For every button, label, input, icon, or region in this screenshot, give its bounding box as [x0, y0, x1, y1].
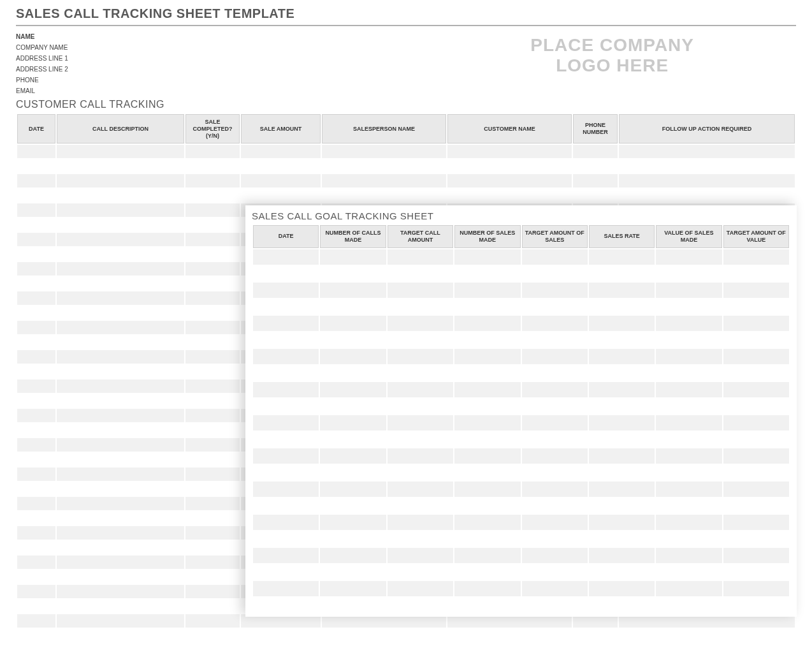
table-cell[interactable]: [454, 365, 520, 381]
table-cell[interactable]: [57, 394, 184, 408]
table-cell[interactable]: [17, 321, 55, 334]
table-cell[interactable]: [388, 316, 453, 331]
table-cell[interactable]: [185, 497, 240, 510]
table-cell[interactable]: [185, 409, 240, 422]
table-cell[interactable]: [253, 365, 319, 381]
table-cell[interactable]: [322, 145, 446, 158]
table-cell[interactable]: [17, 189, 55, 202]
table-cell[interactable]: [589, 498, 655, 513]
table-cell[interactable]: [253, 299, 319, 314]
table-cell[interactable]: [253, 531, 319, 547]
table-cell[interactable]: [57, 585, 184, 598]
table-cell[interactable]: [320, 498, 386, 513]
table-cell[interactable]: [320, 564, 386, 580]
table-cell[interactable]: [454, 598, 520, 613]
table-cell[interactable]: [388, 432, 453, 447]
table-cell[interactable]: [17, 203, 55, 217]
table-cell[interactable]: [454, 349, 520, 364]
table-cell[interactable]: [17, 467, 55, 481]
table-cell[interactable]: [522, 498, 588, 513]
table-cell[interactable]: [656, 299, 721, 314]
table-cell[interactable]: [656, 283, 721, 298]
table-cell[interactable]: [454, 316, 520, 331]
table-cell[interactable]: [57, 233, 184, 246]
table-cell[interactable]: [388, 382, 453, 397]
table-cell[interactable]: [17, 218, 55, 232]
table-cell[interactable]: [656, 482, 721, 497]
table-cell[interactable]: [723, 448, 789, 464]
table-cell[interactable]: [320, 548, 386, 563]
table-cell[interactable]: [522, 249, 588, 265]
table-cell[interactable]: [454, 266, 520, 281]
table-cell[interactable]: [185, 291, 240, 305]
table-cell[interactable]: [185, 159, 240, 173]
table-cell[interactable]: [17, 379, 55, 393]
table-cell[interactable]: [723, 316, 789, 331]
table-cell[interactable]: [522, 482, 588, 497]
table-cell[interactable]: [723, 564, 789, 580]
table-cell[interactable]: [723, 332, 789, 348]
table-cell[interactable]: [589, 382, 655, 397]
table-cell[interactable]: [454, 581, 520, 596]
table-cell[interactable]: [522, 365, 588, 381]
table-cell[interactable]: [388, 581, 453, 596]
table-cell[interactable]: [253, 316, 319, 331]
table-cell[interactable]: [589, 465, 655, 480]
table-cell[interactable]: [619, 159, 795, 173]
table-cell[interactable]: [723, 365, 789, 381]
table-cell[interactable]: [447, 159, 572, 173]
table-cell[interactable]: [57, 365, 184, 378]
table-cell[interactable]: [388, 415, 453, 431]
table-cell[interactable]: [723, 283, 789, 298]
table-cell[interactable]: [589, 531, 655, 547]
table-cell[interactable]: [454, 332, 520, 348]
table-cell[interactable]: [253, 564, 319, 580]
table-cell[interactable]: [589, 283, 655, 298]
table-cell[interactable]: [185, 277, 240, 290]
table-cell[interactable]: [388, 548, 453, 563]
table-cell[interactable]: [454, 299, 520, 314]
table-cell[interactable]: [589, 299, 655, 314]
table-cell[interactable]: [589, 399, 655, 414]
table-cell[interactable]: [185, 556, 240, 569]
table-cell[interactable]: [723, 299, 789, 314]
table-cell[interactable]: [17, 511, 55, 525]
table-cell[interactable]: [17, 409, 55, 422]
table-cell[interactable]: [17, 614, 55, 628]
table-cell[interactable]: [17, 145, 55, 158]
table-cell[interactable]: [522, 332, 588, 348]
table-cell[interactable]: [619, 629, 795, 642]
table-cell[interactable]: [656, 415, 721, 431]
table-cell[interactable]: [185, 394, 240, 408]
table-cell[interactable]: [656, 515, 721, 530]
table-cell[interactable]: [17, 277, 55, 290]
table-cell[interactable]: [522, 399, 588, 414]
table-cell[interactable]: [656, 365, 721, 381]
table-cell[interactable]: [17, 453, 55, 466]
table-cell[interactable]: [320, 283, 386, 298]
table-cell[interactable]: [253, 515, 319, 530]
table-cell[interactable]: [723, 482, 789, 497]
table-cell[interactable]: [17, 570, 55, 584]
table-cell[interactable]: [522, 432, 588, 447]
table-cell[interactable]: [723, 399, 789, 414]
table-cell[interactable]: [723, 249, 789, 265]
table-cell[interactable]: [320, 581, 386, 596]
table-cell[interactable]: [656, 382, 721, 397]
table-cell[interactable]: [573, 189, 618, 202]
table-cell[interactable]: [522, 548, 588, 563]
table-cell[interactable]: [656, 432, 721, 447]
table-cell[interactable]: [17, 585, 55, 598]
table-cell[interactable]: [589, 365, 655, 381]
table-cell[interactable]: [320, 299, 386, 314]
table-cell[interactable]: [17, 600, 55, 613]
table-cell[interactable]: [522, 515, 588, 530]
table-cell[interactable]: [388, 531, 453, 547]
table-cell[interactable]: [185, 585, 240, 598]
table-cell[interactable]: [723, 415, 789, 431]
table-cell[interactable]: [573, 629, 618, 642]
table-cell[interactable]: [185, 511, 240, 525]
table-cell[interactable]: [320, 332, 386, 348]
table-cell[interactable]: [57, 629, 184, 642]
table-cell[interactable]: [454, 564, 520, 580]
